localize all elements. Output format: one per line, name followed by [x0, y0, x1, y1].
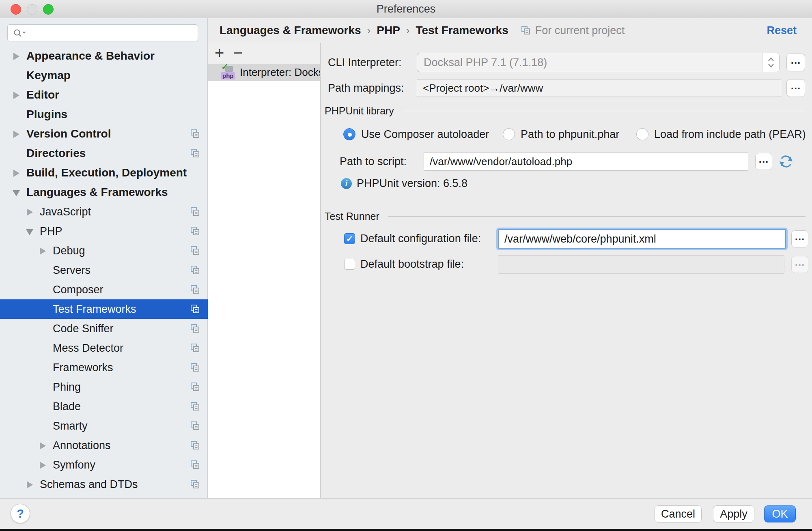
sidebar-item-debug[interactable]: Debug	[0, 241, 208, 260]
chevron-right-icon[interactable]	[12, 89, 21, 101]
cancel-button[interactable]: Cancel	[655, 505, 702, 522]
sidebar-item-annotations[interactable]: Annotations	[0, 436, 208, 455]
radio-path-to-phpunit-phar[interactable]: Path to phpunit.phar	[503, 127, 619, 142]
breadcrumb-php[interactable]: PHP	[377, 24, 400, 37]
sidebar-item-plugins[interactable]: Plugins	[0, 105, 208, 124]
sidebar-item-label: Annotations	[53, 439, 111, 452]
arrow-spacer	[12, 70, 21, 81]
sidebar-item-label: Blade	[53, 400, 81, 413]
ok-button[interactable]: OK	[764, 505, 796, 522]
default-bootstrap-file-browse-button: ...	[791, 256, 808, 273]
radio-unselected-icon[interactable]	[636, 128, 648, 140]
settings-sidebar: Appearance & BehaviorKeymapEditorPlugins…	[0, 18, 208, 498]
settings-tree: Appearance & BehaviorKeymapEditorPlugins…	[0, 46, 208, 494]
cli-interpreter-select[interactable]: Docksal PHP 7.1 (7.1.18)	[417, 53, 780, 72]
sidebar-item-label: Debug	[53, 245, 85, 257]
default-configuration-file-checkbox[interactable]: ✓	[344, 233, 355, 244]
chevron-down-icon[interactable]	[26, 226, 34, 237]
sidebar-item-code-sniffer[interactable]: Code Sniffer	[0, 319, 208, 338]
copy-icon	[190, 148, 200, 159]
sidebar-item-schemas-and-dtds[interactable]: Schemas and DTDs	[0, 475, 208, 494]
sidebar-item-php[interactable]: PHP	[0, 221, 208, 241]
sidebar-item-test-frameworks[interactable]: Test Frameworks	[0, 299, 208, 319]
chevron-right-icon[interactable]	[39, 440, 47, 451]
arrow-spacer	[12, 148, 21, 159]
sidebar-item-label: JavaScript	[40, 206, 91, 218]
cli-interpreter-browse-button[interactable]: ...	[786, 54, 805, 71]
test-runner-section-header: Test Runner	[325, 210, 806, 222]
help-button[interactable]: ?	[11, 504, 30, 523]
sidebar-item-label: Version Control	[26, 127, 111, 140]
interpreter-list-item[interactable]: ✓phpInterpreter: Docksal	[208, 64, 321, 81]
add-interpreter-button[interactable]: +	[215, 43, 224, 64]
sidebar-item-directories[interactable]: Directories	[0, 144, 208, 163]
interpreter-list: ✓phpInterpreter: Docksal	[208, 64, 321, 81]
sidebar-item-label: Code Sniffer	[53, 322, 114, 335]
sidebar-item-label: Phing	[53, 381, 81, 393]
copy-icon	[190, 362, 200, 373]
sidebar-item-composer[interactable]: Composer	[0, 280, 208, 299]
sidebar-item-languages-frameworks[interactable]: Languages & Frameworks	[0, 183, 208, 202]
sidebar-item-blade[interactable]: Blade	[0, 397, 208, 416]
reset-link[interactable]: Reset	[767, 24, 797, 37]
default-configuration-file-input[interactable]	[498, 229, 786, 249]
sidebar-item-build-execution-deployment[interactable]: Build, Execution, Deployment	[0, 163, 208, 183]
path-mappings-field[interactable]: <Project root>→/var/www	[417, 79, 781, 97]
radio-unselected-icon[interactable]	[503, 128, 515, 140]
sidebar-item-label: Servers	[53, 264, 90, 277]
sidebar-item-keymap[interactable]: Keymap	[0, 66, 208, 85]
apply-button[interactable]: Apply	[713, 505, 754, 522]
path-to-script-input[interactable]	[424, 152, 748, 171]
phpunit-version-text: PHPUnit version: 6.5.8	[357, 177, 467, 190]
sidebar-item-servers[interactable]: Servers	[0, 260, 208, 280]
arrow-spacer	[39, 362, 47, 373]
breadcrumb-languages-frameworks[interactable]: Languages & Frameworks	[220, 24, 361, 37]
sidebar-item-version-control[interactable]: Version Control	[0, 124, 208, 144]
copy-icon	[190, 479, 200, 490]
path-to-script-browse-button[interactable]: ...	[755, 153, 772, 170]
radio-load-from-include-path-pear[interactable]: Load from include path (PEAR)	[636, 127, 806, 142]
sidebar-item-appearance-behavior[interactable]: Appearance & Behavior	[0, 46, 208, 66]
default-configuration-file-browse-button[interactable]: ...	[791, 230, 808, 247]
breadcrumb-test-frameworks[interactable]: Test Frameworks	[416, 24, 508, 37]
sidebar-item-label: Symfony	[53, 459, 95, 471]
sidebar-item-label: Mess Detector	[53, 342, 123, 355]
sidebar-item-frameworks[interactable]: Frameworks	[0, 358, 208, 377]
section-divider	[388, 216, 806, 217]
chevron-right-icon[interactable]	[26, 206, 34, 217]
sidebar-item-javascript[interactable]: JavaScript	[0, 202, 208, 221]
sidebar-item-mess-detector[interactable]: Mess Detector	[0, 338, 208, 358]
chevron-down-icon[interactable]	[12, 187, 21, 198]
sidebar-item-symfony[interactable]: Symfony	[0, 455, 208, 475]
chevron-right-icon[interactable]	[12, 50, 21, 62]
current-project-scope-icon	[521, 25, 531, 36]
default-bootstrap-file-input	[498, 255, 784, 274]
chevron-right-icon[interactable]	[39, 245, 47, 256]
chevron-right-icon[interactable]	[12, 167, 21, 178]
phpunit-library-title: PHPUnit library	[325, 105, 394, 117]
sidebar-item-phing[interactable]: Phing	[0, 377, 208, 397]
default-bootstrap-file-checkbox[interactable]	[344, 259, 355, 270]
chevron-right-icon[interactable]	[26, 479, 34, 490]
dialog-footer: ? Cancel Apply OK	[0, 498, 812, 529]
radio-selected-icon[interactable]	[343, 128, 355, 140]
chevron-right-icon[interactable]	[12, 128, 21, 140]
remove-interpreter-button[interactable]: −	[233, 43, 243, 64]
default-configuration-file-label: Default configuration file:	[360, 229, 481, 248]
arrow-spacer	[39, 264, 47, 276]
stepper-arrows-icon[interactable]	[762, 53, 779, 72]
copy-icon	[190, 440, 200, 451]
search-input[interactable]	[28, 25, 194, 41]
path-mappings-browse-button[interactable]: ...	[786, 79, 805, 97]
search-box[interactable]	[7, 24, 198, 41]
radio-use-composer-autoloader[interactable]: Use Composer autoloader	[343, 127, 489, 142]
sidebar-item-label: Frameworks	[53, 361, 113, 374]
sidebar-item-editor[interactable]: Editor	[0, 85, 208, 105]
chevron-right-icon[interactable]	[39, 459, 47, 471]
phpunit-version-row: i PHPUnit version: 6.5.8	[341, 177, 467, 190]
reload-phpunit-icon[interactable]	[778, 154, 794, 169]
arrow-spacer	[39, 323, 47, 334]
sidebar-item-smarty[interactable]: Smarty	[0, 416, 208, 436]
radio-label: Path to phpunit.phar	[521, 128, 619, 141]
sidebar-item-label: Test Frameworks	[53, 303, 136, 316]
